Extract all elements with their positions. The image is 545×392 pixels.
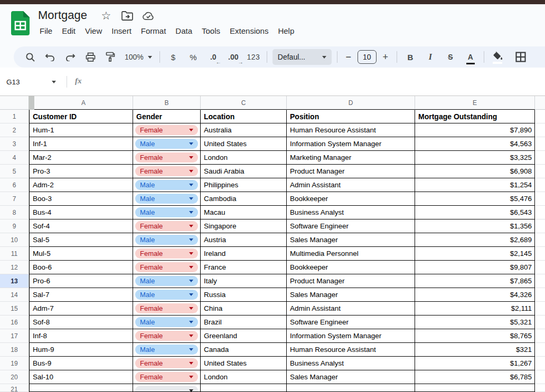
- cell-position[interactable]: Sales Manager: [287, 233, 415, 247]
- cell-amount[interactable]: $5,321: [415, 315, 535, 329]
- number-format-button[interactable]: 123: [243, 49, 264, 65]
- cell-amount[interactable]: $1,356: [415, 219, 535, 233]
- gender-chip[interactable]: Male: [135, 317, 198, 327]
- cell-location[interactable]: London: [201, 151, 287, 165]
- row-header-21[interactable]: 21: [0, 384, 29, 392]
- row-header-20[interactable]: 20: [0, 370, 29, 384]
- row-header-19[interactable]: 19: [0, 357, 29, 370]
- cell-customer-id[interactable]: Bus-9: [29, 357, 133, 370]
- gender-chip[interactable]: Female: [135, 303, 198, 313]
- empty-cell[interactable]: [535, 233, 545, 247]
- cell-amount[interactable]: $6,908: [415, 165, 535, 178]
- header-cell-customer-id[interactable]: Customer ID: [29, 110, 133, 123]
- menu-edit[interactable]: Edit: [57, 25, 80, 36]
- cell-customer-id[interactable]: Mul-5: [29, 247, 133, 261]
- cloud-saved-icon[interactable]: [143, 10, 154, 22]
- header-cell-mortgage-outstanding[interactable]: Mortgage Outstanding: [415, 110, 535, 123]
- cell-customer-id[interactable]: Adm-2: [29, 178, 133, 192]
- menu-format[interactable]: Format: [136, 25, 171, 36]
- cell-location[interactable]: Macau: [201, 206, 287, 219]
- star-icon[interactable]: ☆: [100, 10, 112, 22]
- empty-cell[interactable]: [535, 315, 545, 329]
- document-title[interactable]: Mortgage: [38, 8, 87, 22]
- font-size-input[interactable]: 10: [358, 50, 377, 64]
- format-currency-button[interactable]: $: [163, 49, 183, 65]
- gender-chip[interactable]: Female: [135, 221, 198, 231]
- cell-amount[interactable]: $5,476: [415, 192, 535, 206]
- cell-location[interactable]: United States: [201, 357, 287, 370]
- gender-chip[interactable]: [135, 386, 198, 392]
- row-header-12[interactable]: 12: [0, 261, 29, 274]
- cell-customer-id[interactable]: Sof-8: [29, 315, 133, 329]
- gender-chip[interactable]: Male: [135, 276, 198, 286]
- redo-icon[interactable]: [60, 49, 80, 65]
- formula-input[interactable]: [90, 75, 533, 89]
- cell-amount[interactable]: $2,111: [415, 302, 535, 315]
- cell-position[interactable]: Business Analyst: [287, 357, 415, 370]
- cell-customer-id[interactable]: [29, 384, 133, 392]
- empty-cell[interactable]: [535, 178, 545, 192]
- cell-customer-id[interactable]: Pro-3: [29, 165, 133, 178]
- row-header-2[interactable]: 2: [0, 123, 29, 137]
- cell-gender[interactable]: Female: [133, 302, 201, 315]
- cell-gender[interactable]: Female: [133, 261, 201, 274]
- cell-gender[interactable]: Male: [133, 137, 201, 151]
- cell-gender[interactable]: Male: [133, 274, 201, 288]
- cell-position[interactable]: Admin Assistant: [287, 302, 415, 315]
- empty-cell[interactable]: [535, 302, 545, 315]
- cell-position[interactable]: Admin Assistant: [287, 178, 415, 192]
- row-header-4[interactable]: 4: [0, 151, 29, 165]
- cell-location[interactable]: United States: [201, 137, 287, 151]
- row-header-16[interactable]: 16: [0, 315, 29, 329]
- cell-amount[interactable]: $8,765: [415, 329, 535, 343]
- increase-font-size-button[interactable]: +: [378, 49, 393, 65]
- row-header-7[interactable]: 7: [0, 192, 29, 206]
- cell-customer-id[interactable]: Pro-6: [29, 274, 133, 288]
- column-header-E[interactable]: E: [415, 96, 535, 110]
- text-color-button[interactable]: A: [461, 49, 481, 65]
- row-header-5[interactable]: 5: [0, 165, 29, 178]
- cell-location[interactable]: [201, 384, 287, 392]
- cell-amount[interactable]: $321: [415, 343, 535, 357]
- cell-position[interactable]: Information System Manager: [287, 329, 415, 343]
- cell-amount[interactable]: [415, 384, 535, 392]
- gender-chip[interactable]: Male: [135, 345, 198, 355]
- cell-position[interactable]: Human Resource Assistant: [287, 343, 415, 357]
- cell-position[interactable]: Business Analyst: [287, 206, 415, 219]
- name-box[interactable]: G13: [4, 75, 59, 89]
- row-header-15[interactable]: 15: [0, 302, 29, 315]
- empty-cell[interactable]: [535, 110, 545, 123]
- gender-chip[interactable]: Female: [135, 358, 198, 368]
- cell-location[interactable]: Australia: [201, 123, 287, 137]
- cell-location[interactable]: Greenland: [201, 329, 287, 343]
- decrease-decimal-button[interactable]: .0←: [203, 49, 223, 65]
- cell-customer-id[interactable]: Boo-3: [29, 192, 133, 206]
- cell-location[interactable]: Singapore: [201, 219, 287, 233]
- menu-file[interactable]: File: [35, 25, 57, 36]
- cell-customer-id[interactable]: Hum-9: [29, 343, 133, 357]
- fill-color-icon[interactable]: [487, 49, 508, 65]
- cell-amount[interactable]: $3,325: [415, 151, 535, 165]
- paint-format-icon[interactable]: [100, 49, 120, 65]
- empty-cell[interactable]: [535, 192, 545, 206]
- row-header-8[interactable]: 8: [0, 206, 29, 219]
- sheets-logo-icon[interactable]: [11, 11, 30, 35]
- print-icon[interactable]: [80, 49, 100, 65]
- menu-insert[interactable]: Insert: [107, 25, 136, 36]
- header-cell-gender[interactable]: Gender: [133, 110, 201, 123]
- cell-amount[interactable]: $6,785: [415, 370, 535, 384]
- row-header-14[interactable]: 14: [0, 288, 29, 302]
- cell-customer-id[interactable]: Boo-6: [29, 261, 133, 274]
- cell-customer-id[interactable]: Sal-7: [29, 288, 133, 302]
- borders-icon[interactable]: [511, 49, 531, 65]
- gender-chip[interactable]: Female: [135, 152, 198, 162]
- cell-gender[interactable]: Female: [133, 247, 201, 261]
- gender-chip[interactable]: Female: [135, 166, 198, 176]
- cell-customer-id[interactable]: Hum-1: [29, 123, 133, 137]
- increase-decimal-button[interactable]: .00→: [223, 49, 243, 65]
- row-header-17[interactable]: 17: [0, 329, 29, 343]
- cell-position[interactable]: Bookkeeper: [287, 261, 415, 274]
- menu-view[interactable]: View: [80, 25, 107, 36]
- cell-amount[interactable]: $2,689: [415, 233, 535, 247]
- empty-cell[interactable]: [535, 219, 545, 233]
